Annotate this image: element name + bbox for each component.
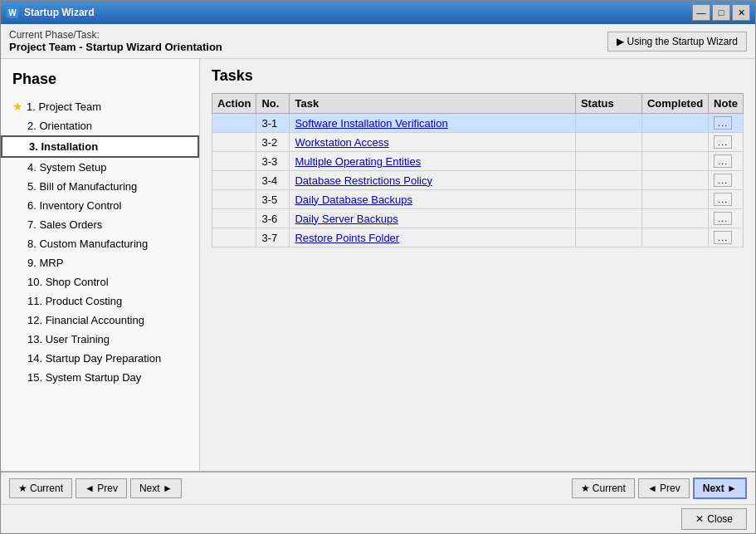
left-next-button[interactable]: Next ► <box>130 478 182 498</box>
cell-task[interactable]: Software Installation Verification <box>290 114 575 133</box>
cell-note[interactable]: ... <box>709 190 744 209</box>
cell-note[interactable]: ... <box>709 133 744 152</box>
phase-item-8[interactable]: 8. Custom Manufacturing <box>1 234 199 253</box>
phase-item-9[interactable]: 9. MRP <box>1 253 199 272</box>
phase-item-label: 2. Orientation <box>27 120 92 132</box>
help-icon: ▶ <box>617 36 624 47</box>
cell-task[interactable]: Daily Server Backups <box>290 209 575 228</box>
phase-item-1[interactable]: ★1. Project Team <box>1 96 199 116</box>
cell-task[interactable]: Workstation Access <box>290 133 575 152</box>
phase-item-12[interactable]: 12. Financial Accounting <box>1 311 199 330</box>
phase-item-5[interactable]: 5. Bill of Manufacturing <box>1 177 199 196</box>
cell-status <box>575 114 641 133</box>
phase-item-label: 5. Bill of Manufacturing <box>27 180 137 193</box>
dots-button[interactable]: ... <box>714 231 732 244</box>
dots-button[interactable]: ... <box>714 174 732 187</box>
window-controls: — □ ✕ <box>692 4 750 21</box>
cell-note[interactable]: ... <box>709 114 744 133</box>
cell-task[interactable]: Database Restrictions Policy <box>290 171 575 190</box>
maximize-button[interactable]: □ <box>712 4 730 21</box>
right-current-label: Current <box>593 483 626 494</box>
help-button[interactable]: ▶ Using the Startup Wizard <box>607 32 747 51</box>
cell-completed <box>641 171 708 190</box>
left-prev-button[interactable]: ◄ Prev <box>76 478 127 498</box>
cell-task[interactable]: Restore Points Folder <box>290 228 575 247</box>
col-header-note: Note <box>709 94 744 114</box>
cell-action <box>212 209 256 228</box>
cell-action <box>212 152 256 171</box>
phase-item-11[interactable]: 11. Product Costing <box>1 291 199 311</box>
col-header-task: Task <box>290 94 575 114</box>
tasks-title: Tasks <box>212 67 744 85</box>
cell-note[interactable]: ... <box>709 209 744 228</box>
right-prev-button[interactable]: ◄ Prev <box>638 478 690 498</box>
phase-item-label: 7. Sales Orders <box>27 218 102 231</box>
cell-status <box>575 171 641 190</box>
left-current-button[interactable]: ★ Current <box>9 478 72 498</box>
task-link[interactable]: Software Installation Verification <box>295 117 447 130</box>
table-row[interactable]: 3-5Daily Database Backups... <box>212 190 744 209</box>
phase-item-label: 8. Custom Manufacturing <box>27 238 148 250</box>
cell-status <box>575 190 641 209</box>
phase-item-label: 14. Startup Day Preparation <box>27 352 161 365</box>
task-link[interactable]: Multiple Operating Entities <box>295 155 421 168</box>
title-bar: W Startup Wizard — □ ✕ <box>1 1 755 24</box>
table-row[interactable]: 3-6Daily Server Backups... <box>212 209 744 228</box>
dots-button[interactable]: ... <box>714 154 732 168</box>
right-current-button[interactable]: ★ Current <box>572 478 635 498</box>
star-icon: ★ <box>12 100 23 113</box>
phase-item-label: 10. Shop Control <box>27 276 109 288</box>
phase-item-label: 11. Product Costing <box>27 295 122 307</box>
phase-list: ★1. Project Team2. Orientation3. Install… <box>1 96 199 387</box>
phase-item-15[interactable]: 15. System Startup Day <box>1 368 199 387</box>
col-header-status: Status <box>575 94 641 114</box>
phase-item-label: 6. Inventory Control <box>27 199 121 212</box>
cell-note[interactable]: ... <box>709 152 744 171</box>
table-row[interactable]: 3-2Workstation Access... <box>212 133 744 152</box>
cell-task[interactable]: Multiple Operating Entities <box>290 152 575 171</box>
cell-no: 3-3 <box>256 152 290 171</box>
cell-no: 3-4 <box>256 171 290 190</box>
window-close-button[interactable]: ✕ <box>732 4 750 21</box>
dots-button[interactable]: ... <box>714 193 732 206</box>
right-next-button[interactable]: Next ► <box>693 478 747 499</box>
cell-note[interactable]: ... <box>709 171 744 190</box>
phase-item-3[interactable]: 3. Installation <box>1 135 199 158</box>
dots-button[interactable]: ... <box>714 212 732 225</box>
close-button[interactable]: ✕ Close <box>681 508 747 530</box>
cell-status <box>575 133 641 152</box>
table-row[interactable]: 3-4Database Restrictions Policy... <box>212 171 744 190</box>
star-icon-left: ★ <box>18 483 27 494</box>
window-icon: W <box>6 6 19 19</box>
task-link[interactable]: Database Restrictions Policy <box>295 174 432 187</box>
cell-note[interactable]: ... <box>709 228 744 247</box>
left-nav-group: ★ Current ◄ Prev Next ► <box>9 478 182 498</box>
main-window: W Startup Wizard — □ ✕ Current Phase/Tas… <box>0 0 756 534</box>
dots-button[interactable]: ... <box>714 116 732 130</box>
task-link[interactable]: Restore Points Folder <box>295 232 399 244</box>
task-link[interactable]: Workstation Access <box>295 136 388 149</box>
left-next-label: Next ► <box>139 483 173 494</box>
minimize-button[interactable]: — <box>692 4 710 21</box>
cell-completed <box>641 228 708 247</box>
close-x-icon: ✕ <box>695 513 704 525</box>
phase-item-2[interactable]: 2. Orientation <box>1 116 199 135</box>
phase-item-4[interactable]: 4. System Setup <box>1 158 199 177</box>
main-content: Phase ★1. Project Team2. Orientation3. I… <box>1 59 755 471</box>
cell-task[interactable]: Daily Database Backups <box>290 190 575 209</box>
task-link[interactable]: Daily Database Backups <box>295 194 412 206</box>
phase-item-7[interactable]: 7. Sales Orders <box>1 215 199 234</box>
col-header-completed: Completed <box>641 94 708 114</box>
phase-item-13[interactable]: 13. User Training <box>1 330 199 349</box>
table-row[interactable]: 3-7Restore Points Folder... <box>212 228 744 247</box>
phase-item-6[interactable]: 6. Inventory Control <box>1 196 199 215</box>
phase-item-label: 3. Installation <box>29 140 98 153</box>
cell-action <box>212 114 256 133</box>
task-link[interactable]: Daily Server Backups <box>295 213 398 225</box>
table-row[interactable]: 3-3Multiple Operating Entities... <box>212 152 744 171</box>
table-row[interactable]: 3-1Software Installation Verification... <box>212 114 744 133</box>
dots-button[interactable]: ... <box>714 135 732 149</box>
phase-item-14[interactable]: 14. Startup Day Preparation <box>1 349 199 368</box>
phase-item-10[interactable]: 10. Shop Control <box>1 272 199 291</box>
phase-title: Phase <box>1 67 199 96</box>
